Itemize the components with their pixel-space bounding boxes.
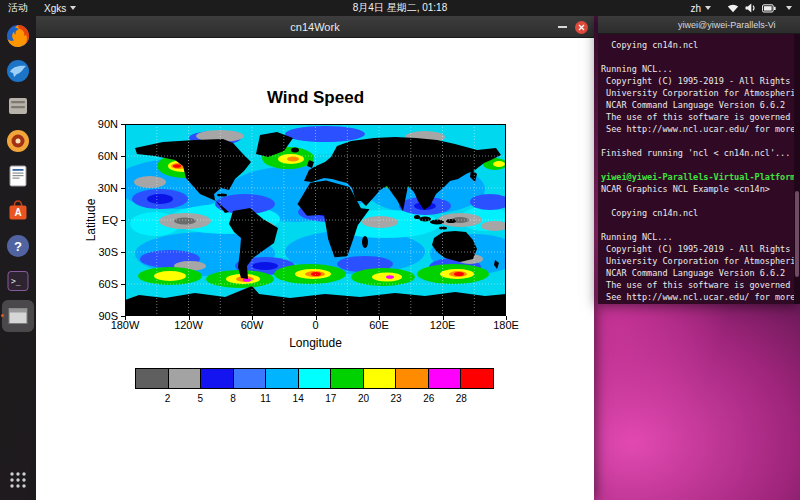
libreoffice-writer-icon (5, 163, 31, 189)
y-tick-mark (121, 220, 125, 221)
terminal-line: Running NCL... (601, 63, 791, 75)
svg-text:?: ? (14, 239, 22, 254)
dock-item-libreoffice-writer[interactable] (2, 160, 34, 192)
activities-button[interactable]: 活动 (0, 0, 36, 16)
plot-window-titlebar[interactable]: cn14Work (36, 16, 594, 38)
wind-speed-map (125, 124, 506, 316)
colorbar-cell (460, 369, 493, 388)
files-icon (5, 93, 31, 119)
keyboard-layout-button[interactable]: zh (682, 0, 719, 16)
close-button[interactable] (575, 21, 588, 34)
colorbar-cell (395, 369, 428, 388)
colorbar-label: 26 (423, 393, 434, 404)
clock-button[interactable]: 8月4日 星期二, 01:18 (345, 0, 455, 16)
y-tick-label: 30S (84, 246, 118, 258)
terminal-line: Copyright (C) 1995-2019 - All Rights Res (601, 243, 791, 255)
colorbar-label: 14 (293, 393, 304, 404)
top-bar: 活动 Xgks 8月4日 星期二, 01:18 zh (0, 0, 800, 16)
dock-item-show-applications[interactable] (2, 464, 34, 496)
colorbar-label: 28 (456, 393, 467, 404)
ubuntu-software-icon: A (5, 198, 31, 224)
dock-item-terminal[interactable]: >_ (2, 265, 34, 297)
colorbar-label: 8 (230, 393, 236, 404)
x-tick-label: 120W (167, 319, 211, 331)
colorbar-cell (298, 369, 331, 388)
dock-item-thunderbird[interactable] (2, 55, 34, 87)
system-menu-button[interactable] (719, 3, 800, 13)
terminal-line (601, 219, 791, 231)
desktop: { "wallpaper": {"base_color": "#3a0d33",… (0, 0, 800, 500)
svg-text:>_: >_ (11, 277, 21, 286)
terminal-line: See http://www.ncl.ucar.edu/ for more de (601, 123, 791, 135)
chevron-down-icon (70, 6, 76, 10)
terminal-line: The use of this software is governed by (601, 279, 791, 291)
show-applications-icon (5, 467, 31, 493)
dock-item-help[interactable]: ? (2, 230, 34, 262)
x-tick-mark (252, 316, 253, 320)
colorbar-label: 23 (391, 393, 402, 404)
terminal-line: Copying cn14n.ncl (601, 207, 791, 219)
terminal-line: Copyright (C) 1995-2019 - All Rights Res (601, 75, 791, 87)
colorbar-cell (233, 369, 266, 388)
volume-icon (745, 3, 756, 13)
dock-item-xgks[interactable] (2, 300, 34, 332)
terminal-line: yiwei@yiwei-Parallels-Virtual-Platform:~… (601, 171, 791, 183)
y-tick-mark (121, 188, 125, 189)
terminal-line: NCAR Command Language Version 6.6.2 (601, 99, 791, 111)
x-tick-mark (125, 316, 126, 320)
dock-item-firefox[interactable] (2, 20, 34, 52)
terminal-line: University Corporation for Atmospheric R (601, 255, 791, 267)
x-tick-mark (506, 316, 507, 320)
colorbar-label: 17 (325, 393, 336, 404)
dock: A ? >_ (0, 16, 36, 500)
colorbar-label: 5 (197, 393, 203, 404)
y-tick-mark (121, 284, 125, 285)
colorbar-cell (363, 369, 396, 388)
terminal-line: Running NCL... (601, 231, 791, 243)
x-tick-label: 120E (421, 319, 465, 331)
x-tick-mark (379, 316, 380, 320)
x-tick-label: 180W (103, 319, 147, 331)
terminal-titlebar[interactable]: yiwei@yiwei-Parallels-Vi (598, 16, 800, 34)
colorbar-cell (265, 369, 298, 388)
y-tick-mark (121, 156, 125, 157)
y-tick-label: 60S (84, 278, 118, 290)
chart-title: Wind Speed (125, 88, 506, 108)
app-menu-button[interactable]: Xgks (36, 0, 84, 16)
plot-window: cn14Work Wind Speed (36, 16, 594, 500)
minimize-button[interactable] (558, 26, 567, 28)
firefox-icon (5, 23, 31, 49)
colorbar-label: 2 (165, 393, 171, 404)
terminal-line: NCAR Graphics NCL Example <cn14n> (601, 183, 791, 195)
y-tick-label: 90N (84, 118, 118, 130)
colorbar-cell (428, 369, 461, 388)
thunderbird-icon (5, 58, 31, 84)
colorbar-label: 11 (260, 393, 270, 404)
terminal-scrollbar[interactable] (794, 34, 800, 304)
x-tick-label: 60E (357, 319, 401, 331)
network-wireless-icon (727, 3, 739, 13)
colorbar-cell (168, 369, 201, 388)
terminal-line: NCAR Command Language Version 6.6.2 (601, 267, 791, 279)
colorbar-cell (330, 369, 363, 388)
terminal-line (601, 159, 791, 171)
app-menu-label: Xgks (44, 3, 66, 14)
x-tick-mark (443, 316, 444, 320)
plot-window-title: cn14Work (290, 21, 339, 33)
help-icon: ? (5, 233, 31, 259)
terminal-line (601, 195, 791, 207)
x-tick-mark (189, 316, 190, 320)
xgks-window-icon (5, 303, 31, 329)
x-tick-mark (316, 316, 317, 320)
terminal-scrollbar-thumb[interactable] (795, 191, 799, 277)
y-tick-label: 30N (84, 182, 118, 194)
dock-item-files[interactable] (2, 90, 34, 122)
colorbar-cell (136, 369, 168, 388)
dock-item-ubuntu-software[interactable]: A (2, 195, 34, 227)
dock-item-rhythmbox[interactable] (2, 125, 34, 157)
colorbar-cell (200, 369, 233, 388)
colorbar (135, 368, 494, 389)
x-tick-label: 180E (484, 319, 528, 331)
keyboard-layout-label: zh (690, 3, 701, 14)
rhythmbox-icon (5, 128, 31, 154)
